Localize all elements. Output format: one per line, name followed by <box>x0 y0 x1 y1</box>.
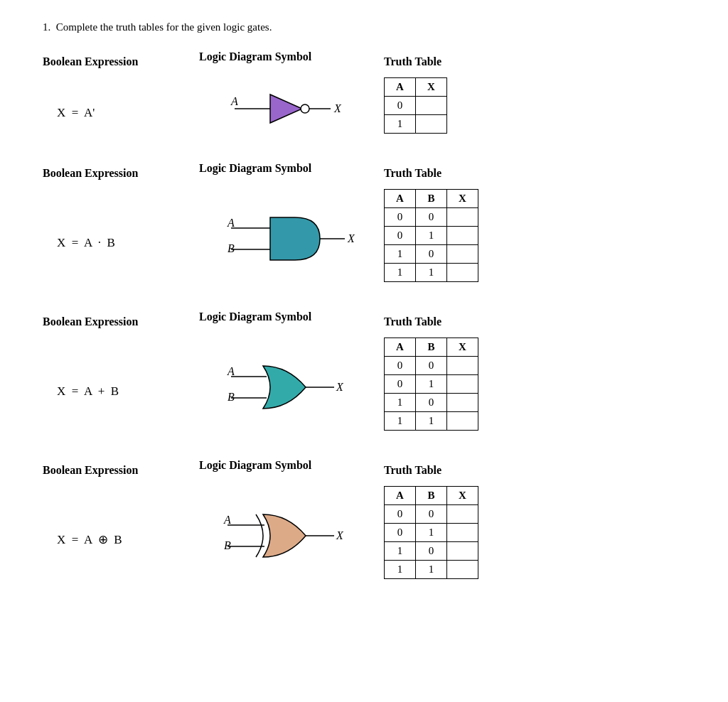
svg-text:A: A <box>227 365 235 377</box>
col-A: A <box>385 190 416 208</box>
bool-expr-and: X = A · B <box>43 222 199 250</box>
instruction-number: 1. <box>43 21 50 33</box>
table-row: 0 <box>385 97 447 115</box>
diagram-header-and: Logic Diagram Symbol <box>199 162 311 175</box>
table-row: 1 <box>385 115 447 134</box>
diagram-header-xor: Logic Diagram Symbol <box>199 459 311 472</box>
col-X: X <box>447 190 478 208</box>
bool-header-not: Boolean Expression <box>43 55 138 68</box>
svg-text:X: X <box>333 102 342 114</box>
col-header-X: X <box>416 78 447 97</box>
table-row: 11 <box>385 561 478 579</box>
or-gate-diagram: A B X <box>224 355 359 419</box>
table-row: 11 <box>385 264 478 282</box>
section-xor: Boolean Expression Logic Diagram Symbol … <box>43 459 685 579</box>
table-row: 10 <box>385 542 478 561</box>
truth-table-or: A B X 00 01 10 11 <box>384 338 478 431</box>
svg-marker-1 <box>270 94 302 123</box>
table-row: 00 <box>385 357 478 375</box>
bool-header-xor: Boolean Expression <box>43 464 138 476</box>
section-and: Boolean Expression Logic Diagram Symbol … <box>43 162 685 282</box>
col-B: B <box>416 487 447 505</box>
svg-text:A: A <box>223 514 231 526</box>
bool-expr-not: X = A' <box>43 92 199 120</box>
table-row: 10 <box>385 394 478 412</box>
diagram-header-or: Logic Diagram Symbol <box>199 310 311 323</box>
instruction-text: Complete the truth tables for the given … <box>56 21 272 33</box>
svg-text:B: B <box>228 242 235 254</box>
col-A: A <box>385 338 416 357</box>
table-row: 01 <box>385 375 478 394</box>
bool-header-or: Boolean Expression <box>43 315 138 328</box>
col-A: A <box>385 487 416 505</box>
svg-text:A: A <box>227 217 235 229</box>
svg-text:X: X <box>336 381 344 393</box>
truth-table-xor: A B X 00 01 10 11 <box>384 486 478 579</box>
table-row: 00 <box>385 208 478 227</box>
svg-point-3 <box>301 104 309 113</box>
bool-expr-or: X = A + B <box>43 370 199 399</box>
table-row: 00 <box>385 505 478 524</box>
truth-header-and: Truth Table <box>384 167 441 179</box>
col-B: B <box>416 190 447 208</box>
svg-text:B: B <box>224 539 231 551</box>
truth-table-and: A B X 00 01 10 11 <box>384 189 478 282</box>
xor-gate-diagram: A B X <box>220 504 363 568</box>
table-row: 01 <box>385 227 478 245</box>
instruction: 1. Complete the truth tables for the giv… <box>43 21 685 33</box>
section-or: Boolean Expression Logic Diagram Symbol … <box>43 310 685 431</box>
svg-text:A: A <box>230 95 238 107</box>
diagram-header-not: Logic Diagram Symbol <box>199 50 311 63</box>
section-not: Boolean Expression Logic Diagram Symbol … <box>43 50 685 134</box>
bool-expr-xor: X = A ⊕ B <box>43 518 199 547</box>
table-row: 10 <box>385 245 478 264</box>
truth-header-not: Truth Table <box>384 55 441 68</box>
table-row: 01 <box>385 524 478 542</box>
truth-header-xor: Truth Table <box>384 464 441 476</box>
truth-table-not: A X 0 1 <box>384 77 447 134</box>
svg-text:X: X <box>336 529 344 541</box>
bool-header-and: Boolean Expression <box>43 167 138 179</box>
svg-text:X: X <box>347 232 355 244</box>
col-header-A: A <box>385 78 416 97</box>
table-row: 11 <box>385 412 478 431</box>
not-gate-diagram: A X <box>228 84 355 134</box>
truth-header-or: Truth Table <box>384 315 441 328</box>
and-gate-diagram: A B X <box>224 207 359 271</box>
col-X: X <box>447 338 478 357</box>
col-B: B <box>416 338 447 357</box>
svg-text:B: B <box>228 391 235 403</box>
col-X: X <box>447 487 478 505</box>
